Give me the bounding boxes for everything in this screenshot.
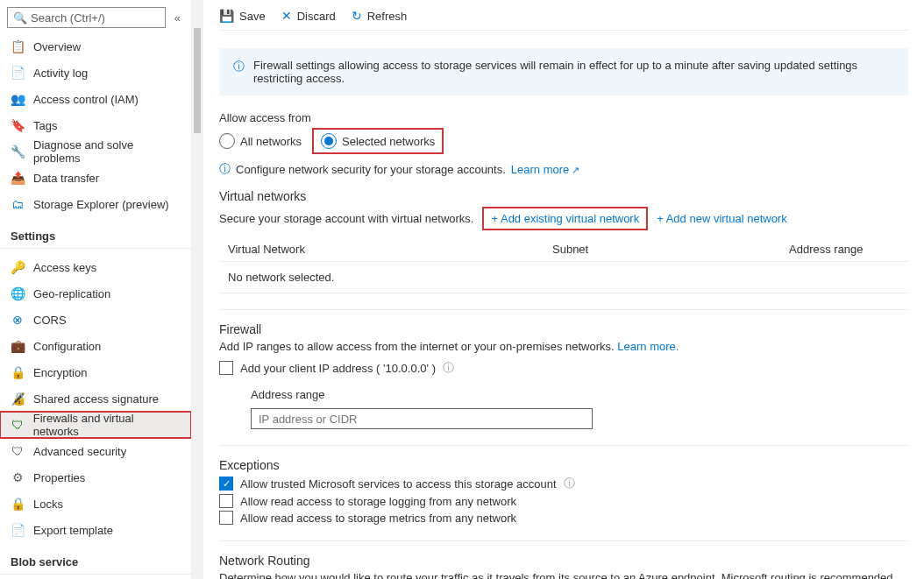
vnet-table-empty: No network selected.	[219, 261, 908, 293]
geo-replication-icon: 🌐	[11, 286, 25, 300]
access-icon: 🔑	[11, 260, 25, 274]
exception-trusted-checkbox[interactable]: ✓	[219, 477, 233, 491]
discard-icon: ✕	[281, 9, 292, 23]
sidebar-item-label: Geo-replication	[33, 287, 110, 300]
data-icon: 📤	[11, 171, 25, 185]
routing-title: Network Routing	[219, 554, 908, 568]
exceptions-title: Exceptions	[219, 458, 908, 472]
access-note: Configure network security for your stor…	[236, 163, 506, 176]
sidebar-item-label: Firewalls and virtual networks	[33, 412, 181, 438]
tags-icon: 🔖	[11, 118, 25, 132]
sidebar-scrollbar[interactable]	[191, 0, 203, 579]
exception-logging-label: Allow read access to storage logging fro…	[240, 495, 516, 508]
access-icon: 👥	[11, 92, 25, 106]
advanced-icon: 🛡	[11, 444, 25, 458]
refresh-icon: ↻	[352, 9, 362, 23]
main-content: 💾 Save ✕ Discard ↻ Refresh ⓘ Firewall se…	[203, 0, 924, 579]
allow-access-title: Allow access from	[219, 111, 908, 124]
sidebar-item-configuration[interactable]: 💼Configuration	[0, 333, 191, 359]
nav-section-settings: Settings	[0, 217, 191, 249]
sidebar-item-geo-replication[interactable]: 🌐Geo-replication	[0, 280, 191, 307]
nav-section-blob: Blob service	[0, 543, 191, 575]
firewall-learn-more-link[interactable]: Learn more.	[617, 340, 679, 353]
info-banner: ⓘ Firewall settings allowing access to s…	[219, 48, 908, 95]
save-button[interactable]: 💾 Save	[219, 9, 266, 23]
sidebar-item-encryption[interactable]: 🔒Encryption	[0, 359, 191, 385]
vnets-subtitle: Secure your storage account with virtual…	[219, 212, 473, 225]
sidebar-item-overview[interactable]: 📋Overview	[0, 33, 191, 60]
sidebar-item-tags[interactable]: 🔖Tags	[0, 112, 191, 138]
locks-icon: 🔒	[11, 497, 25, 511]
search-placeholder: Search (Ctrl+/)	[31, 11, 105, 25]
sidebar-item-access-control-iam-[interactable]: 👥Access control (IAM)	[0, 86, 191, 112]
firewall-title: Firewall	[219, 322, 908, 336]
learn-more-link[interactable]: Learn more	[511, 163, 580, 176]
exception-trusted-label: Allow trusted Microsoft services to acce…	[240, 477, 557, 491]
collapse-sidebar-button[interactable]: «	[171, 11, 184, 25]
address-range-label: Address range	[251, 388, 908, 401]
add-existing-vnet-button[interactable]: + Add existing virtual network	[482, 207, 648, 230]
sidebar-item-diagnose-and-solve-problems[interactable]: 🔧Diagnose and solve problems	[0, 138, 191, 165]
sidebar-item-label: Data transfer	[33, 172, 99, 185]
sidebar-item-label: Export template	[33, 524, 113, 537]
radio-selected-networks[interactable]: Selected networks	[312, 128, 444, 154]
radio-all-networks[interactable]: All networks	[219, 133, 302, 149]
sidebar: 🔍 Search (Ctrl+/) « 📋Overview📄Activity l…	[0, 0, 191, 579]
routing-desc: Determine how you would like to route yo…	[219, 571, 908, 579]
info-icon: ⓘ	[233, 59, 245, 74]
sidebar-item-label: Access control (IAM)	[33, 93, 139, 106]
diagnose-icon: 🔧	[11, 145, 25, 159]
sidebar-item-label: Advanced security	[33, 445, 126, 458]
vnets-title: Virtual networks	[219, 189, 908, 203]
sidebar-item-advanced-security[interactable]: 🛡Advanced security	[0, 438, 191, 464]
sidebar-item-cors[interactable]: ⊗CORS	[0, 307, 191, 333]
export-icon: 📄	[11, 523, 25, 537]
toolbar: 💾 Save ✕ Discard ↻ Refresh	[219, 7, 908, 31]
sidebar-item-label: Shared access signature	[33, 392, 159, 406]
sidebar-item-storage-explorer-preview-[interactable]: 🗂Storage Explorer (preview)	[0, 191, 191, 217]
shared-icon: 🔏	[11, 392, 25, 406]
properties-icon: ⚙	[11, 470, 25, 484]
add-client-ip-checkbox[interactable]	[219, 361, 233, 375]
search-input[interactable]: 🔍 Search (Ctrl+/)	[7, 7, 166, 28]
sidebar-item-label: CORS	[33, 314, 67, 327]
sidebar-item-export-template[interactable]: 📄Export template	[0, 517, 191, 543]
exception-metrics-checkbox[interactable]	[219, 511, 233, 525]
firewall-note: Add IP ranges to allow access from the i…	[219, 340, 615, 353]
refresh-button[interactable]: ↻ Refresh	[352, 9, 408, 23]
sidebar-item-label: Encryption	[33, 366, 87, 379]
configuration-icon: 💼	[11, 339, 25, 353]
sidebar-item-data-transfer[interactable]: 📤Data transfer	[0, 165, 191, 191]
sidebar-item-properties[interactable]: ⚙Properties	[0, 464, 191, 491]
exception-metrics-label: Allow read access to storage metrics fro…	[240, 512, 516, 525]
sidebar-item-label: Tags	[33, 119, 57, 132]
sidebar-item-label: Configuration	[33, 340, 101, 353]
sidebar-item-label: Storage Explorer (preview)	[33, 198, 169, 211]
info-icon[interactable]: ⓘ	[564, 476, 575, 491]
save-icon: 💾	[219, 9, 234, 23]
sidebar-item-label: Access keys	[33, 261, 96, 274]
activity-icon: 📄	[11, 66, 25, 80]
search-icon: 🔍	[13, 11, 27, 25]
add-client-ip-label: Add your client IP address ( '10.0.0.0' …	[240, 362, 436, 375]
cors-icon: ⊗	[11, 313, 25, 327]
sidebar-item-firewalls-and-virtual-networks[interactable]: 🛡Firewalls and virtual networks	[0, 412, 191, 438]
sidebar-item-shared-access-signature[interactable]: 🔏Shared access signature	[0, 385, 191, 412]
info-icon: ⓘ	[219, 161, 231, 177]
sidebar-item-activity-log[interactable]: 📄Activity log	[0, 60, 191, 86]
exception-logging-checkbox[interactable]	[219, 494, 233, 508]
sidebar-item-label: Properties	[33, 471, 85, 484]
col-subnet: Subnet	[552, 243, 789, 256]
sidebar-item-access-keys[interactable]: 🔑Access keys	[0, 254, 191, 280]
add-new-vnet-button[interactable]: + Add new virtual network	[657, 212, 787, 225]
storage-icon: 🗂	[11, 197, 25, 211]
discard-button[interactable]: ✕ Discard	[281, 9, 336, 23]
col-virtual-network: Virtual Network	[228, 243, 552, 256]
address-range-input[interactable]	[251, 408, 593, 429]
col-address-range: Address range	[789, 243, 899, 256]
info-icon[interactable]: ⓘ	[443, 360, 454, 376]
overview-icon: 📋	[11, 39, 25, 53]
encryption-icon: 🔒	[11, 365, 25, 379]
sidebar-item-locks[interactable]: 🔒Locks	[0, 491, 191, 517]
sidebar-item-label: Activity log	[33, 67, 88, 80]
